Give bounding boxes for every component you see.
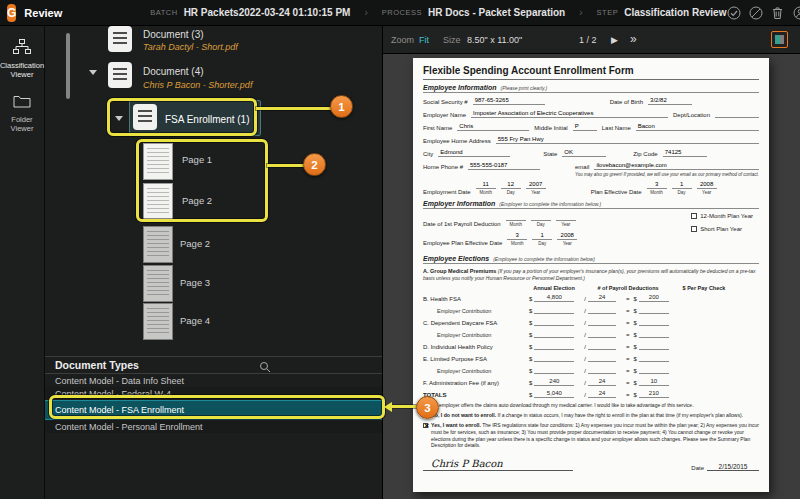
section-note: (Employer to complete the information be… [499,201,601,207]
expand-chevron-icon[interactable] [89,70,97,75]
form-label: Employer Name [423,112,466,118]
annotation-line-3 [391,405,419,408]
page-label[interactable]: Page 3 [180,277,210,288]
claims-option-line: My employer offers the claims auto downl… [423,402,759,409]
annotation-line-1 [256,107,332,110]
breadcrumb: BATCH HR Packets2022-03-24 01:10:15 PM P… [150,7,726,18]
page-thumbnail[interactable] [143,265,173,302]
batch-tree-panel: Document (3) Tarah Dactyl - Short.pdf Do… [45,26,382,356]
form-value: 11 [476,181,496,189]
date-caption: Day [537,222,545,227]
annotation-arrow-3 [384,402,392,412]
panel-toggle-button[interactable] [771,31,788,48]
document-icon[interactable] [108,62,132,88]
form-value [534,354,574,362]
document-icon[interactable] [108,26,132,52]
form-value [588,342,616,350]
search-icon[interactable] [259,359,271,377]
election-row-label: D. Individual Health Policy [423,344,527,350]
form-label: Employee Plan Effective Date [423,240,502,246]
document-viewer-panel: Zoom Fit Size 8.50" x 11.00" 1 / 2 Flexi… [382,26,800,499]
next-page-icon[interactable] [611,35,618,45]
section-employee-information: Employee Information (Please print clear… [423,84,759,93]
tree-item-document-4[interactable]: Document (4) [143,66,204,77]
form-value: 10 [639,378,669,386]
date-label: Date [691,465,704,471]
tree-item-document-3[interactable]: Document (3) [143,29,204,40]
yes-enroll-lead: Yes, I want to enroll. [431,422,481,428]
form-title: Flexible Spending Account Enrollment For… [423,65,759,80]
election-row: D. Individual Health Policy [423,342,759,350]
election-row: B. Health FSA 4,800 24 200 [423,294,759,302]
document-types-panel: Document Types Content Model - Data Info… [45,356,382,499]
zoom-fit-button[interactable]: Fit [419,35,429,45]
email-note: You may also go green! If provided, we w… [423,172,759,177]
election-row-label: Employer Contribution [423,332,527,338]
form-value [588,318,616,326]
user-account-icon[interactable] [792,5,800,20]
complete-task-icon[interactable] [726,5,741,20]
page-label[interactable]: Page 1 [182,154,212,165]
viewer-page[interactable]: Flexible Spending Account Enrollment For… [413,58,769,492]
delete-icon[interactable] [770,5,785,20]
page-thumbnail[interactable] [143,183,173,220]
page-label[interactable]: Page 2 [182,195,212,206]
form-value [639,318,669,326]
doctype-item-federal-w4[interactable]: Content Model - Federal W-4 [45,387,382,400]
sidebar-item-classification-viewer[interactable]: Classification Viewer [0,34,44,89]
form-value [534,306,574,314]
tree-scrollbar[interactable] [66,33,70,99]
form-value: 2008 [557,232,577,240]
left-nav-rail: Classification Viewer Folder Viewer [0,26,45,499]
document-types-header: Document Types [45,357,382,374]
empty-field [531,213,551,221]
process-label: PROCESS [382,8,422,17]
section-note: (Employee to complete the information be… [493,256,595,262]
page-thumbnail[interactable] [143,143,173,180]
form-value: 555-555-0187 [468,162,540,170]
yes-enroll-text: The IRS regulations state four condition… [431,422,759,449]
column-header: $ Per Pay Check [671,285,737,291]
last-page-icon[interactable] [630,32,637,46]
form-label: Date of 1st Payroll Deduction [423,221,501,227]
doctype-item-personal-enrollment[interactable]: Content Model - Personal Enrollment [45,420,382,433]
document-icon[interactable] [133,104,157,130]
no-enroll-text: If a change in status occurs, I may have… [498,412,744,418]
no-enroll-lead: No, I do not want to enroll. [431,412,496,418]
election-row: Employer Contribution [423,366,759,374]
signature-row: Chris P Bacon Date 2/15/2015 [423,458,759,471]
form-value: 240 [534,378,574,386]
form-value: OK [562,149,606,157]
process-value: HR Docs - Packet Separation [428,7,565,18]
page-label[interactable]: Page 4 [180,315,210,326]
expand-chevron-icon[interactable] [115,116,123,121]
doctype-item-data-info-sheet[interactable]: Content Model - Data Info Sheet [45,374,382,387]
form-value [588,354,616,362]
page-thumbnail[interactable] [143,303,173,340]
page-thumbnail[interactable] [143,226,173,263]
app-logo-icon[interactable]: G [7,4,16,22]
tree-item-subtitle: Tarah Dactyl - Short.pdf [143,42,238,52]
step-label: STEP [597,8,619,17]
size-label: Size [443,35,461,45]
form-value: 24 [588,294,616,302]
viewer-canvas[interactable]: Flexible Spending Account Enrollment For… [383,54,800,499]
election-column-headers: Annual Election # of Payroll Deductions … [423,285,759,291]
form-value: 987-65-3265 [473,97,545,105]
form-label: email [575,164,589,170]
size-value: 8.50" x 11.00" [467,35,522,45]
form-label: Last Name [602,125,631,131]
doctype-item-fsa-enrollment[interactable]: Content Model - FSA Enrollment [45,400,382,420]
form-value [639,306,669,314]
cancel-task-icon[interactable] [748,5,763,20]
sidebar-item-folder-viewer[interactable]: Folder Viewer [0,89,44,143]
form-value [588,306,616,314]
page-label[interactable]: Page 2 [180,238,210,249]
tree-item-fsa-enrollment[interactable]: FSA Enrollment (1) [165,114,249,125]
form-value [639,342,669,350]
form-value: 74125 [663,149,707,157]
breadcrumb-separator [364,7,367,18]
form-value: Imposter Association of Electric Coopera… [471,110,668,118]
checkbox-label: 12-Month Plan Year [700,213,753,219]
form-value: 3 [647,181,667,189]
